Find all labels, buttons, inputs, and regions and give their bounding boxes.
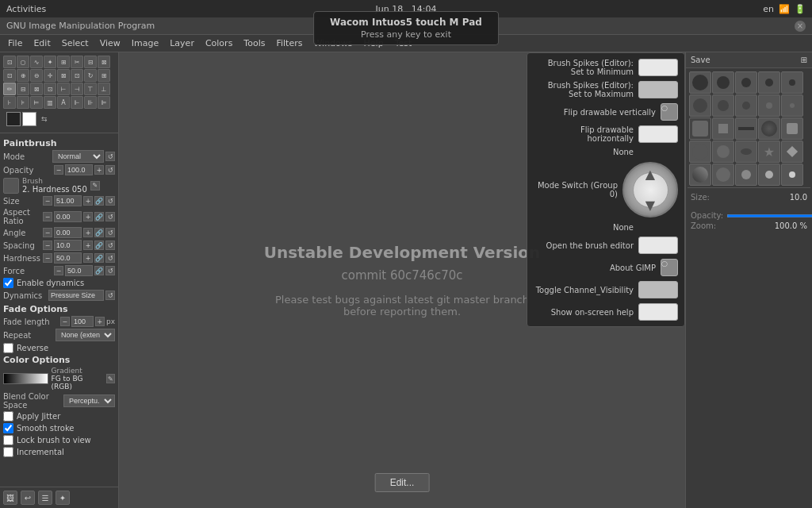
brush-cell[interactable]: [735, 117, 757, 140]
foreground-color[interactable]: [6, 112, 21, 126]
history-icon[interactable]: ↩: [21, 491, 35, 505]
spacing-link[interactable]: 🔗: [94, 241, 104, 250]
tool-fuzzy[interactable]: ✦: [44, 56, 56, 68]
brush-cell[interactable]: [758, 164, 780, 186]
smooth-stroke-checkbox[interactable]: [3, 423, 13, 433]
brush-cell[interactable]: [781, 117, 803, 140]
tool-free-select[interactable]: ∿: [30, 56, 43, 68]
tool-scissors[interactable]: ✂: [71, 56, 83, 68]
tool-dodge[interactable]: ⊧: [17, 96, 29, 109]
force-minus[interactable]: −: [54, 266, 63, 275]
wacom-btn-1[interactable]: [638, 59, 678, 76]
brush-edit[interactable]: ✎: [90, 181, 100, 190]
angle-reset[interactable]: ↺: [105, 228, 115, 237]
brush-thumbnail[interactable]: [3, 178, 19, 194]
brush-cell[interactable]: ★: [758, 140, 780, 163]
brush-cell[interactable]: [781, 164, 803, 186]
hardness-reset[interactable]: ↺: [105, 253, 115, 263]
mode-reset[interactable]: ↺: [105, 152, 115, 161]
wacom-btn-10[interactable]: [638, 281, 678, 298]
hardness-plus[interactable]: +: [83, 253, 93, 263]
tool-ellipse[interactable]: ○: [17, 56, 29, 68]
opacity-slider[interactable]: [726, 214, 812, 217]
new-image-icon[interactable]: 🖼: [3, 491, 17, 505]
menu-colors[interactable]: Colors: [201, 37, 237, 50]
force-input[interactable]: [65, 265, 93, 276]
edit-button[interactable]: Edit...: [375, 473, 430, 492]
fade-plus[interactable]: +: [95, 317, 105, 326]
tool-color-picker[interactable]: ⊡: [3, 69, 16, 82]
tool-rotate[interactable]: ↻: [84, 69, 97, 82]
tool-perspective[interactable]: ⊥: [98, 83, 110, 95]
gradient-edit[interactable]: ✎: [106, 374, 115, 383]
ar-link[interactable]: 🔗: [94, 212, 104, 221]
mode-select[interactable]: Normal: [52, 150, 104, 163]
menu-edit[interactable]: Edit: [29, 37, 55, 50]
size-input[interactable]: [54, 195, 82, 206]
brush-cell[interactable]: [712, 117, 734, 140]
activities-label[interactable]: Activities: [6, 4, 46, 14]
brush-cell[interactable]: [735, 94, 757, 117]
dynamics-reset[interactable]: ↺: [105, 291, 115, 300]
tool-blur[interactable]: ⊦: [3, 96, 16, 109]
tool-eraser[interactable]: ⊟: [17, 83, 29, 95]
tool-measure[interactable]: ⊖: [30, 69, 43, 82]
size-minus[interactable]: −: [43, 196, 52, 206]
spacing-input[interactable]: [54, 240, 82, 251]
wacom-dial[interactable]: ▲ ▼: [622, 162, 678, 217]
tool-rect-select[interactable]: ⊡: [3, 56, 16, 68]
tool-crop[interactable]: ⊡: [71, 69, 83, 82]
brush-cell[interactable]: [758, 94, 780, 117]
size-link[interactable]: 🔗: [94, 196, 104, 206]
hardness-minus[interactable]: −: [43, 253, 52, 263]
repeat-select[interactable]: None (extend): [56, 329, 115, 341]
tool-scale[interactable]: ⊞: [98, 69, 110, 82]
tool-extra3[interactable]: ⊫: [98, 96, 110, 109]
spacing-reset[interactable]: ↺: [105, 241, 115, 250]
brush-cell[interactable]: [689, 94, 711, 117]
tool-zoom[interactable]: ⊕: [17, 69, 29, 82]
ar-plus[interactable]: +: [83, 212, 93, 221]
tool-clone[interactable]: ⊣: [71, 83, 83, 95]
wacom-btn-4[interactable]: [638, 125, 678, 143]
tool-extra2[interactable]: ⊪: [84, 96, 97, 109]
menu-view[interactable]: View: [95, 37, 125, 50]
brush-cell[interactable]: [689, 140, 711, 163]
menu-filters[interactable]: Filters: [271, 37, 307, 50]
tool-paintbrush[interactable]: ✏: [3, 83, 16, 95]
hardness-input[interactable]: [54, 252, 82, 264]
brush-cell[interactable]: [735, 164, 757, 186]
tool-airbrush[interactable]: ⊠: [30, 83, 43, 95]
brush-cell[interactable]: [712, 71, 734, 94]
spacing-minus[interactable]: −: [43, 241, 52, 250]
brush-cell[interactable]: [735, 140, 757, 163]
fade-minus[interactable]: −: [60, 317, 70, 326]
opacity-minus[interactable]: −: [54, 165, 63, 175]
tool-paths[interactable]: ⊠: [98, 56, 110, 68]
fade-input[interactable]: [71, 316, 94, 327]
reverse-checkbox[interactable]: [3, 343, 13, 353]
angle-input[interactable]: [54, 227, 82, 238]
spacing-plus[interactable]: +: [83, 241, 93, 250]
menu-select[interactable]: Select: [57, 37, 94, 50]
force-reset[interactable]: ↺: [105, 266, 115, 275]
tool-extra1[interactable]: ⊩: [71, 96, 83, 109]
size-reset[interactable]: ↺: [105, 196, 115, 206]
ar-minus[interactable]: −: [43, 212, 52, 221]
hardness-link[interactable]: 🔗: [94, 253, 104, 263]
opacity-plus[interactable]: +: [94, 165, 104, 175]
tool-bucket[interactable]: ⊨: [30, 96, 43, 109]
blend-space-select[interactable]: Perceptu...: [63, 394, 115, 407]
size-plus[interactable]: +: [83, 196, 93, 206]
wacom-btn-3[interactable]: ○: [661, 103, 678, 121]
menu-file[interactable]: File: [3, 37, 27, 50]
brush-cell[interactable]: [689, 164, 711, 186]
wacom-btn-9[interactable]: ○: [661, 259, 678, 276]
tool-select-by-color[interactable]: ⊞: [57, 56, 70, 68]
brush-cell[interactable]: [712, 164, 734, 186]
tool-text[interactable]: A: [57, 96, 70, 109]
patterns-icon[interactable]: ✦: [56, 491, 70, 505]
brush-cell[interactable]: [758, 117, 780, 140]
wacom-btn-8[interactable]: [638, 237, 678, 254]
layers-icon[interactable]: ☰: [38, 491, 52, 505]
